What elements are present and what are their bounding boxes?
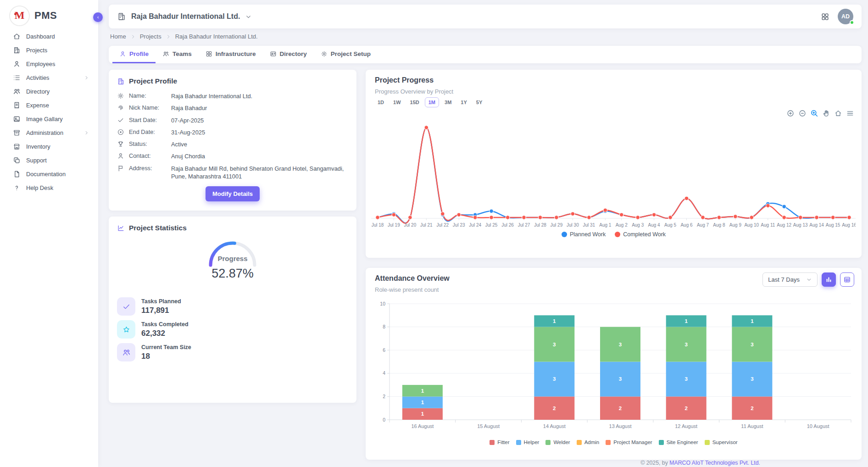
logo-mark-icon: M [9,6,30,26]
sidebar-item-activities[interactable]: Activities [0,71,98,84]
sidebar-item-directory[interactable]: Directory [0,84,98,98]
fingerprint-icon [117,104,124,111]
sidebar-item-image-gallary[interactable]: Image Gallary [0,112,98,126]
people-icon [13,88,21,95]
svg-text:3: 3 [751,342,753,347]
breadcrumb-item-projects[interactable]: Projects [140,33,161,40]
progress-gauge: Progress 52.87% [205,237,260,283]
legend-fitter[interactable]: Fitter [490,439,509,445]
range-3m-button[interactable]: 3M [441,97,455,107]
tab-infrastructure[interactable]: Infrastructure [199,46,263,63]
footer-company-link[interactable]: MARCO AIoT Technologies Pvt. Ltd. [669,460,760,466]
legend-site-engineer[interactable]: Site Engineer [659,439,698,445]
sidebar-item-inventory[interactable]: Inventory [0,139,98,153]
svg-text:Aug 1: Aug 1 [599,222,612,228]
range-1d-button[interactable]: 1D [374,97,388,107]
legend-welder[interactable]: Welder [545,439,570,445]
field-label: Contact: [129,152,171,159]
flag-icon [117,165,124,172]
user-avatar[interactable]: AD [838,9,853,24]
sidebar-item-label: Employees [26,61,55,67]
sidebar-item-employees[interactable]: Employees [0,57,98,71]
range-1m-button[interactable]: 1M [425,97,439,107]
svg-text:Aug 13: Aug 13 [793,222,808,228]
copy-icon [13,156,21,164]
selection-zoom-icon[interactable] [810,109,818,117]
sidebar-item-projects[interactable]: Projects [0,43,98,57]
sidebar-item-label: Inventory [26,143,50,150]
chart-line-icon [117,224,125,232]
svg-text:1: 1 [421,411,424,417]
app-logo[interactable]: M PMS [0,0,98,27]
zoom-out-icon[interactable] [798,109,807,117]
svg-text:3: 3 [684,342,687,347]
modify-details-button[interactable]: Modify Details [206,186,260,201]
profile-field-status-: Status: Active [117,140,348,148]
svg-text:11 August: 11 August [741,423,763,429]
sidebar-item-documentation[interactable]: Documentation [0,167,98,181]
breadcrumb-item-raja-bahadur-international-ltd-[interactable]: Raja Bahadur International Ltd. [175,33,258,40]
pan-icon[interactable] [822,109,830,117]
stat-current-team-size: Current Team Size 18 [117,343,348,361]
sidebar-item-label: Directory [26,88,50,95]
legend-swatch [659,440,664,445]
apps-grid-icon[interactable] [821,12,829,21]
range-5y-button[interactable]: 5Y [473,97,486,107]
bar-view-toggle[interactable] [822,272,836,287]
sidebar-item-help-desk[interactable]: Help Desk [0,181,98,195]
sidebar-collapse-button[interactable]: ‹ [93,12,103,22]
company-selector[interactable]: Raja Bahadur International Ltd. [117,12,252,21]
tab-project-setup[interactable]: Project Setup [314,46,378,63]
tab-directory[interactable]: Directory [263,46,314,63]
legend-completed-work[interactable]: Completed Work [615,231,666,238]
field-label: Status: [129,140,171,147]
range-1y-button[interactable]: 1Y [457,97,470,107]
breadcrumb-item-home[interactable]: Home [110,33,126,40]
sidebar-item-expense[interactable]: Expense [0,98,98,112]
legend-admin[interactable]: Admin [577,439,600,445]
svg-text:10: 10 [380,301,385,306]
range-1w-button[interactable]: 1W [389,97,405,107]
svg-text:Jul 29: Jul 29 [551,222,563,228]
svg-text:2: 2 [751,406,753,411]
svg-text:4: 4 [383,370,385,376]
sidebar-item-administration[interactable]: Administration [0,126,98,139]
sidebar-item-dashboard[interactable]: Dashboard [0,29,98,43]
svg-text:13 August: 13 August [609,423,632,429]
sidebar-item-label: Activities [26,74,50,81]
zoom-in-icon[interactable] [786,109,795,117]
legend-supervisor[interactable]: Supervisor [705,439,738,445]
sidebar-item-label: Projects [26,47,47,54]
svg-text:3: 3 [619,342,622,347]
field-label: End Date: [129,128,171,135]
avatar-initials: AD [841,13,850,20]
breadcrumb-separator-icon [166,34,171,39]
range-15d-button[interactable]: 15D [406,97,423,107]
legend-helper[interactable]: Helper [516,439,540,445]
legend-planned-work[interactable]: Planned Work [562,231,606,238]
online-status-dot [850,20,854,25]
tab-teams[interactable]: Teams [156,46,199,63]
reset-home-icon[interactable] [834,109,842,117]
sidebar-item-support[interactable]: Support [0,153,98,167]
chevron-down-icon [806,277,812,283]
svg-text:0: 0 [383,417,385,423]
attendance-range-select[interactable]: Last 7 Days [762,272,818,287]
table-view-toggle[interactable] [840,272,854,287]
building-icon [13,46,21,54]
svg-text:2: 2 [684,406,687,411]
svg-text:Aug 15: Aug 15 [826,222,840,228]
legend-project-manager[interactable]: Project Manager [606,439,652,445]
legend-swatch [606,440,611,445]
svg-text:Jul 19: Jul 19 [388,222,400,228]
svg-text:1: 1 [421,400,424,405]
table-icon [843,276,851,284]
menu-icon[interactable] [846,109,854,117]
tab-profile[interactable]: Profile [112,46,156,63]
svg-text:14 August: 14 August [543,423,566,429]
app-name: PMS [34,10,57,22]
svg-text:Jul 30: Jul 30 [567,222,579,228]
svg-text:3: 3 [553,342,556,347]
topbar-actions: AD [821,9,853,24]
profile-field-address-: Address: Raja Bahadur Mill Rd, behind Sh… [117,165,348,181]
